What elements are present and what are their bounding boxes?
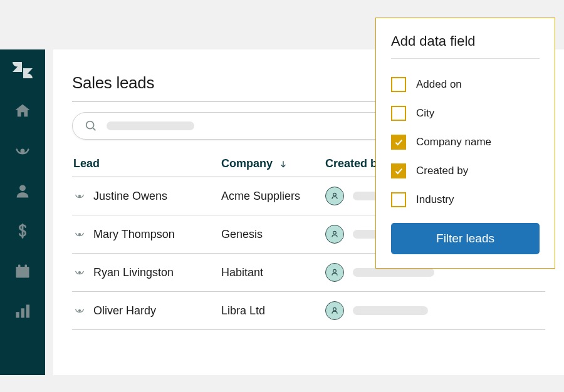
field-option-label: Industry — [416, 193, 454, 206]
table-row[interactable]: Oliver HardyLibra Ltd — [72, 292, 545, 330]
lead-name: Justine Owens — [93, 190, 167, 203]
search-placeholder-skeleton — [107, 121, 194, 130]
sidebar — [0, 49, 45, 375]
company-cell: Genesis — [221, 228, 325, 241]
avatar — [325, 225, 344, 244]
col-header-lead[interactable]: Lead — [73, 157, 221, 170]
lead-name: Mary Thompson — [93, 228, 175, 241]
checkbox[interactable] — [391, 77, 406, 92]
svg-line-9 — [93, 128, 95, 130]
avatar — [325, 187, 344, 205]
created-by-skeleton — [353, 268, 434, 277]
svg-point-12 — [333, 193, 337, 196]
svg-point-8 — [86, 121, 94, 129]
lead-icon — [73, 266, 86, 279]
field-option[interactable]: Created by — [391, 157, 540, 185]
field-option-label: Added on — [416, 78, 462, 91]
popover-divider — [391, 58, 540, 59]
field-option[interactable]: City — [391, 99, 540, 128]
svg-point-14 — [333, 231, 337, 234]
svg-point-18 — [333, 307, 337, 311]
dollar-icon[interactable] — [14, 222, 31, 240]
calendar-icon[interactable] — [14, 262, 31, 280]
svg-rect-5 — [16, 312, 19, 317]
person-icon[interactable] — [14, 182, 31, 200]
svg-rect-4 — [25, 265, 28, 269]
checkbox[interactable] — [391, 135, 406, 150]
lead-cell: Justine Owens — [73, 190, 221, 203]
lead-cell: Ryan Livingston — [73, 266, 221, 279]
lead-cell: Oliver Hardy — [73, 304, 221, 317]
svg-point-15 — [78, 271, 81, 274]
field-option-label: City — [416, 107, 434, 120]
svg-rect-3 — [18, 265, 21, 269]
field-option[interactable]: Company name — [391, 128, 540, 157]
company-cell: Habitant — [221, 266, 325, 279]
zendesk-logo-icon — [13, 61, 33, 80]
checkbox[interactable] — [391, 106, 406, 121]
avatar — [325, 301, 344, 320]
svg-point-1 — [19, 185, 26, 191]
svg-rect-6 — [21, 308, 24, 317]
search-icon — [84, 119, 98, 133]
lead-icon — [73, 304, 86, 317]
lead-icon — [73, 228, 86, 240]
lead-name: Oliver Hardy — [93, 304, 156, 317]
popover-title: Add data field — [391, 33, 540, 49]
checkbox[interactable] — [391, 192, 406, 207]
created-by-skeleton — [353, 306, 428, 315]
checkbox[interactable] — [391, 163, 406, 178]
svg-point-11 — [78, 195, 81, 197]
svg-point-0 — [21, 149, 25, 153]
bar-chart-icon[interactable] — [14, 302, 31, 320]
svg-point-16 — [333, 269, 337, 272]
field-option[interactable]: Industry — [391, 185, 540, 214]
field-option-label: Company name — [416, 136, 491, 148]
field-option[interactable]: Added on — [391, 70, 540, 99]
field-option-label: Created by — [416, 165, 468, 177]
filter-leads-button[interactable]: Filter leads — [391, 223, 540, 254]
svg-point-13 — [78, 233, 81, 235]
company-cell: Libra Ltd — [221, 304, 325, 317]
lead-icon — [73, 190, 86, 202]
created-by-cell — [325, 301, 544, 320]
sort-down-icon — [279, 160, 288, 168]
company-cell: Acme Suppliers — [221, 190, 325, 203]
add-data-field-popover: Add data field Added onCityCompany nameC… — [375, 18, 555, 269]
lead-name: Ryan Livingston — [93, 266, 174, 279]
col-header-company[interactable]: Company — [221, 157, 325, 170]
svg-point-17 — [78, 309, 81, 312]
svg-rect-2 — [16, 267, 29, 278]
avatar — [325, 263, 344, 282]
home-icon[interactable] — [14, 102, 31, 120]
reach-icon[interactable] — [14, 142, 31, 160]
svg-rect-7 — [26, 305, 29, 318]
lead-cell: Mary Thompson — [73, 228, 221, 241]
